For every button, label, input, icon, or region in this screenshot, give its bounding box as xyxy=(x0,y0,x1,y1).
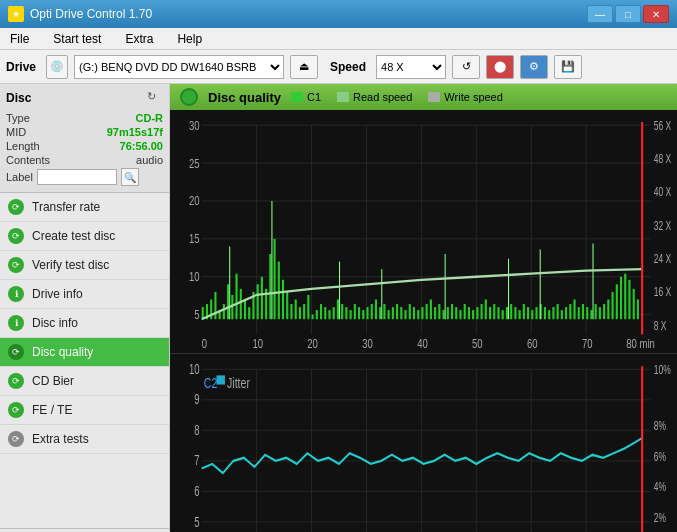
svg-rect-106 xyxy=(497,307,499,319)
svg-rect-66 xyxy=(328,310,330,319)
refresh-button[interactable]: ↺ xyxy=(452,55,480,79)
sidebar-item-extra-tests[interactable]: ⟳ Extra tests xyxy=(0,425,169,454)
eject-button[interactable]: ⏏ xyxy=(290,55,318,79)
menu-help[interactable]: Help xyxy=(171,30,208,48)
svg-rect-77 xyxy=(375,299,377,319)
drive-info-icon: ℹ xyxy=(8,286,24,302)
main-content: Disc quality C1 Read speed Write speed xyxy=(170,84,677,532)
speed-select[interactable]: 48 X 40 X 32 X xyxy=(376,55,446,79)
maximize-button[interactable]: □ xyxy=(615,5,641,23)
minimize-button[interactable]: — xyxy=(587,5,613,23)
disc-type-label: Type xyxy=(6,112,30,124)
sidebar-item-verify-test-disc-label: Verify test disc xyxy=(32,258,109,272)
svg-text:5: 5 xyxy=(194,306,200,321)
svg-rect-136 xyxy=(624,274,626,319)
svg-rect-125 xyxy=(578,307,580,319)
svg-text:7: 7 xyxy=(194,452,199,468)
settings-button[interactable]: ⬤ xyxy=(486,55,514,79)
sidebar-item-disc-quality[interactable]: ⟳ Disc quality xyxy=(0,338,169,367)
sidebar-item-verify-test-disc[interactable]: ⟳ Verify test disc xyxy=(0,251,169,280)
disc-mid-value: 97m15s17f xyxy=(107,126,163,138)
svg-text:9: 9 xyxy=(194,391,199,407)
cd-bier-icon: ⟳ xyxy=(8,373,24,389)
svg-rect-184 xyxy=(216,375,224,384)
disc-label-input[interactable] xyxy=(37,169,117,185)
config-button[interactable]: ⚙ xyxy=(520,55,548,79)
svg-rect-80 xyxy=(388,310,390,319)
legend-write-label: Write speed xyxy=(444,91,503,103)
sidebar-item-create-test-disc-label: Create test disc xyxy=(32,229,115,243)
svg-rect-41 xyxy=(223,304,225,319)
chart-header: Disc quality C1 Read speed Write speed xyxy=(170,84,677,110)
sidebar-status: Status window > > xyxy=(0,528,169,532)
svg-rect-130 xyxy=(599,307,601,319)
sidebar-item-cd-bier[interactable]: ⟳ CD Bier xyxy=(0,367,169,396)
svg-text:15: 15 xyxy=(189,231,200,246)
close-button[interactable]: ✕ xyxy=(643,5,669,23)
disc-label-search-button[interactable]: 🔍 xyxy=(121,168,139,186)
svg-rect-91 xyxy=(434,307,436,319)
sidebar-item-fe-te[interactable]: ⟳ FE / TE xyxy=(0,396,169,425)
svg-rect-93 xyxy=(443,310,445,319)
svg-rect-133 xyxy=(612,292,614,319)
svg-text:40 X: 40 X xyxy=(654,186,671,199)
legend-read-speed: Read speed xyxy=(337,91,412,103)
svg-rect-94 xyxy=(447,307,449,319)
svg-rect-113 xyxy=(527,307,529,319)
svg-rect-74 xyxy=(362,310,364,319)
disc-refresh-icon[interactable]: ↻ xyxy=(147,90,163,106)
menu-file[interactable]: File xyxy=(4,30,35,48)
svg-rect-84 xyxy=(404,310,406,319)
disc-title: Disc xyxy=(6,91,31,105)
svg-rect-67 xyxy=(333,307,335,319)
svg-rect-129 xyxy=(595,304,597,319)
menu-start-test[interactable]: Start test xyxy=(47,30,107,48)
svg-rect-86 xyxy=(413,307,415,319)
svg-rect-46 xyxy=(244,299,246,319)
svg-rect-140 xyxy=(229,246,230,319)
svg-text:Jitter: Jitter xyxy=(227,373,250,390)
chart-legend: C1 Read speed Write speed xyxy=(291,91,503,103)
svg-rect-97 xyxy=(459,310,461,319)
svg-rect-134 xyxy=(616,284,618,319)
svg-rect-123 xyxy=(569,304,571,319)
svg-rect-44 xyxy=(235,274,237,319)
svg-rect-102 xyxy=(481,304,483,319)
menu-extra[interactable]: Extra xyxy=(119,30,159,48)
speed-label: Speed xyxy=(330,60,366,74)
svg-rect-147 xyxy=(593,243,594,319)
svg-rect-57 xyxy=(290,304,292,319)
svg-rect-64 xyxy=(320,304,322,319)
disc-mid-row: MID 97m15s17f xyxy=(6,126,163,138)
drive-select[interactable]: (G:) BENQ DVD DD DW1640 BSRB xyxy=(74,55,284,79)
legend-read-color xyxy=(337,92,349,102)
svg-text:10: 10 xyxy=(189,269,200,284)
chart-area: 30 25 20 15 10 5 56 X 48 X 40 X 32 X 24 … xyxy=(170,110,677,532)
svg-rect-55 xyxy=(282,280,284,319)
svg-rect-58 xyxy=(295,299,297,319)
svg-rect-138 xyxy=(633,289,635,319)
verify-test-disc-icon: ⟳ xyxy=(8,257,24,273)
legend-c1-label: C1 xyxy=(307,91,321,103)
svg-text:C2: C2 xyxy=(204,373,217,390)
svg-rect-81 xyxy=(392,307,394,319)
sidebar-item-transfer-rate[interactable]: ⟳ Transfer rate xyxy=(0,193,169,222)
sidebar-item-create-test-disc[interactable]: ⟳ Create test disc xyxy=(0,222,169,251)
app-icon: ★ xyxy=(8,6,24,22)
sidebar-item-cd-bier-label: CD Bier xyxy=(32,374,74,388)
save-button[interactable]: 💾 xyxy=(554,55,582,79)
svg-rect-65 xyxy=(324,307,326,319)
svg-text:4%: 4% xyxy=(654,479,666,493)
svg-text:20: 20 xyxy=(189,193,200,208)
svg-rect-68 xyxy=(337,299,339,319)
main-layout: Disc ↻ Type CD-R MID 97m15s17f Length 76… xyxy=(0,84,677,532)
fe-te-icon: ⟳ xyxy=(8,402,24,418)
svg-rect-83 xyxy=(400,307,402,319)
sidebar-item-drive-info[interactable]: ℹ Drive info xyxy=(0,280,169,309)
svg-text:70: 70 xyxy=(582,335,593,350)
svg-text:56 X: 56 X xyxy=(654,119,671,132)
sidebar-item-disc-info[interactable]: ℹ Disc info xyxy=(0,309,169,338)
chart-title: Disc quality xyxy=(208,90,281,105)
drive-icon: 💿 xyxy=(46,55,68,79)
title-bar-controls: — □ ✕ xyxy=(587,5,669,23)
